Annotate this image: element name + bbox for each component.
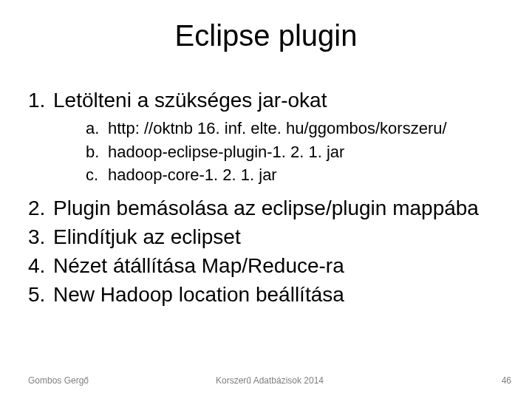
list-number: 3. bbox=[28, 224, 53, 250]
sub-list-text: hadoop-core-1. 2. 1. jar bbox=[108, 164, 277, 186]
list-text: Nézet átállítása Map/Reduce-ra bbox=[53, 253, 344, 279]
sub-list-item: c. hadoop-core-1. 2. 1. jar bbox=[86, 164, 511, 186]
sub-list-letter: c. bbox=[86, 164, 108, 186]
sub-list: a. http: //oktnb 16. inf. elte. hu/ggomb… bbox=[86, 117, 511, 186]
slide-footer: Gombos Gergő Korszerű Adatbázisok 2014 4… bbox=[28, 375, 511, 386]
list-item: 2. Plugin bemásolása az eclipse/plugin m… bbox=[28, 195, 511, 221]
list-number: 4. bbox=[28, 253, 53, 279]
list-number: 2. bbox=[28, 195, 53, 221]
sub-list-letter: a. bbox=[86, 117, 108, 140]
list-text: New Hadoop location beállítása bbox=[53, 282, 344, 307]
sub-list-letter: b. bbox=[86, 141, 108, 163]
sub-list-item: b. hadoop-eclipse-plugin-1. 2. 1. jar bbox=[86, 141, 511, 163]
slide: Eclipse plugin 1. Letölteni a szükséges … bbox=[0, 0, 532, 399]
list-text: Letölteni a szükséges jar-okat bbox=[53, 87, 327, 113]
list-text: Elindítjuk az eclipset bbox=[53, 224, 241, 250]
list-item: 4. Nézet átállítása Map/Reduce-ra bbox=[28, 253, 511, 279]
sub-list-item: a. http: //oktnb 16. inf. elte. hu/ggomb… bbox=[86, 117, 511, 140]
list-item: 5. New Hadoop location beállítása bbox=[28, 282, 511, 307]
slide-body: 1. Letölteni a szükséges jar-okat a. htt… bbox=[28, 87, 511, 310]
sub-list-text: hadoop-eclipse-plugin-1. 2. 1. jar bbox=[108, 141, 344, 163]
list-text: Plugin bemásolása az eclipse/plugin mapp… bbox=[53, 195, 479, 221]
slide-title: Eclipse plugin bbox=[0, 19, 532, 52]
sub-list-text: http: //oktnb 16. inf. elte. hu/ggombos/… bbox=[108, 117, 447, 140]
list-item: 1. Letölteni a szükséges jar-okat bbox=[28, 87, 511, 113]
list-number: 1. bbox=[28, 87, 53, 113]
footer-title: Korszerű Adatbázisok 2014 bbox=[28, 375, 511, 386]
list-item: 3. Elindítjuk az eclipset bbox=[28, 224, 511, 250]
list-number: 5. bbox=[28, 282, 53, 307]
